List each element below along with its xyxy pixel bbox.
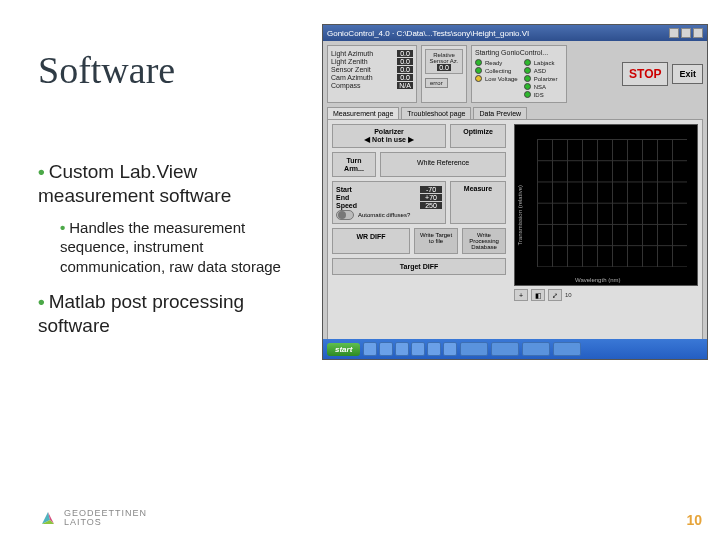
quicklaunch-icon[interactable] [411, 342, 425, 356]
param-label: End [336, 194, 349, 201]
readout-value: 0.0 [397, 58, 413, 65]
footer-logo: GEODEETTINEN LAITOS [38, 508, 147, 528]
taskbar-item[interactable] [553, 342, 581, 356]
led-icon [524, 67, 531, 74]
chevron-left-icon[interactable]: ◀ [364, 135, 370, 144]
auto-diffuses-toggle[interactable]: Automatic diffuses? [336, 210, 442, 220]
led-label: Labjack [534, 60, 555, 66]
tab-bar: Measurement page Troubleshoot page Data … [323, 107, 707, 119]
chart-pan-icon[interactable]: ◧ [531, 289, 545, 301]
quicklaunch-icon[interactable] [427, 342, 441, 356]
error-button[interactable]: error [425, 78, 448, 88]
bullet-text: Custom Lab.View measurement software [38, 161, 231, 206]
status-led-row: Polarizer [524, 75, 558, 82]
tab-troubleshoot[interactable]: Troubleshoot page [401, 107, 471, 119]
window-title: GonioControl_4.0 · C:\Data\...Tests\sony… [327, 29, 529, 38]
led-icon [524, 83, 531, 90]
param-value[interactable]: 250 [420, 202, 442, 209]
wr-diff-button[interactable]: WR DIFF [332, 228, 410, 254]
readout-value: 0.0 [397, 50, 413, 57]
status-panel: Starting GonioControl... Ready Collectin… [471, 45, 567, 103]
taskbar-item[interactable] [460, 342, 488, 356]
led-icon [524, 91, 531, 98]
param-label: Speed [336, 202, 357, 209]
led-label: IDS [534, 92, 544, 98]
led-icon [475, 59, 482, 66]
window-minimize-button[interactable] [669, 28, 679, 38]
tab-data-preview[interactable]: Data Preview [473, 107, 527, 119]
relative-label: Relative Sensor Az. [428, 52, 460, 64]
labview-screenshot: GonioControl_4.0 · C:\Data\...Tests\sony… [322, 24, 708, 360]
bullet-level1: •Custom Lab.View measurement software [38, 160, 308, 208]
bullet-level2: •Handles the measurement sequence, instr… [60, 218, 308, 277]
write-processing-button[interactable]: Write Processing Database [462, 228, 506, 254]
spectrum-chart: Transmission (relative) Wavelength (nm) [514, 124, 698, 286]
relative-value: 0.0 [437, 64, 451, 71]
chart-zoom-icon[interactable]: + [514, 289, 528, 301]
bullet-text: Handles the measurement sequence, instru… [60, 219, 281, 275]
polarizer-panel: Polarizer ◀ Not in use ▶ [332, 124, 446, 148]
chevron-right-icon[interactable]: ▶ [408, 135, 414, 144]
windows-taskbar: start [323, 339, 707, 359]
chart-controls: + ◧ ⤢ 10 [514, 289, 698, 301]
readout-value: 0.0 [397, 66, 413, 73]
bullet-level1: •Matlab post processing software [38, 290, 308, 338]
readout-value: 0.0 [397, 74, 413, 81]
polarizer-mode-select[interactable]: ◀ Not in use ▶ [336, 135, 442, 144]
start-button[interactable]: start [327, 343, 360, 356]
toggle-icon[interactable] [336, 210, 354, 220]
toggle-label: Automatic diffuses? [358, 212, 410, 218]
led-label: ASD [534, 68, 546, 74]
polarizer-mode: Not in use [372, 136, 406, 143]
led-label: Low Voltage [485, 76, 518, 82]
write-target-button[interactable]: Write Target to file [414, 228, 458, 254]
param-value[interactable]: -70 [420, 186, 442, 193]
status-heading: Starting GonioControl... [475, 49, 563, 56]
logo-text: LAITOS [64, 518, 147, 527]
logo-icon [38, 508, 58, 528]
led-label: Ready [485, 60, 502, 66]
measure-button[interactable]: Measure [450, 181, 506, 224]
taskbar-item[interactable] [522, 342, 550, 356]
status-led-row: Ready [475, 59, 518, 66]
status-led-row: Low Voltage [475, 75, 518, 82]
white-reference-button[interactable]: White Reference [380, 152, 506, 177]
polarizer-heading: Polarizer [336, 128, 442, 135]
led-icon [524, 59, 531, 66]
turn-arm-button[interactable]: Turn Arm... [332, 152, 376, 177]
taskbar-item[interactable] [491, 342, 519, 356]
led-label: Polarizer [534, 76, 558, 82]
param-label: Start [336, 186, 352, 193]
readout-value: N/A [397, 82, 413, 89]
readout-label: Cam Azimuth [331, 74, 373, 81]
page-number: 10 [686, 512, 702, 528]
chart-fit-icon[interactable]: ⤢ [548, 289, 562, 301]
tab-measurement[interactable]: Measurement page [327, 107, 399, 119]
status-led-row: IDS [524, 91, 558, 98]
window-maximize-button[interactable] [681, 28, 691, 38]
slide-title: Software [38, 48, 175, 92]
stop-button[interactable]: STOP [622, 62, 668, 86]
param-value[interactable]: +70 [420, 194, 442, 201]
status-led-row: Collecting [475, 67, 518, 74]
chart-ylabel: Transmission (relative) [517, 185, 523, 245]
readout-label: Light Zenith [331, 58, 368, 65]
quicklaunch-icon[interactable] [443, 342, 457, 356]
status-led-row: Labjack [524, 59, 558, 66]
relative-panel: Relative Sensor Az. 0.0 error [421, 45, 467, 103]
window-titlebar: GonioControl_4.0 · C:\Data\...Tests\sony… [323, 25, 707, 41]
top-readout-row: Light Azimuth0.0 Light Zenith0.0 Sensor … [323, 41, 707, 107]
quicklaunch-icon[interactable] [363, 342, 377, 356]
optimize-button[interactable]: Optimize [450, 124, 506, 148]
quicklaunch-icon[interactable] [379, 342, 393, 356]
target-diff-button[interactable]: Target DIFF [332, 258, 506, 275]
led-icon [524, 75, 531, 82]
readout-label: Sensor Zenit [331, 66, 371, 73]
led-label: Collecting [485, 68, 511, 74]
window-close-button[interactable] [693, 28, 703, 38]
led-icon [475, 67, 482, 74]
quicklaunch-icon[interactable] [395, 342, 409, 356]
readout-label: Compass [331, 82, 361, 89]
exit-button[interactable]: Exit [672, 64, 703, 84]
readout-label: Light Azimuth [331, 50, 373, 57]
